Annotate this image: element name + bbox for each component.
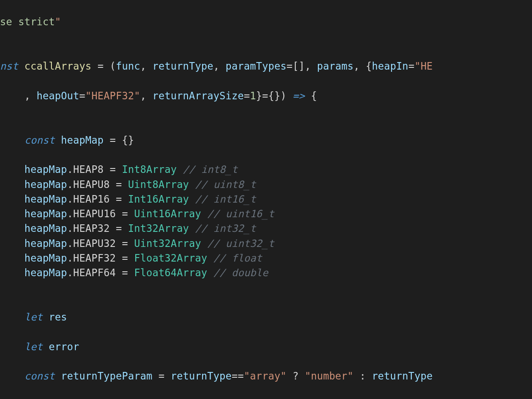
code-token: [153, 370, 159, 382]
code-token: .: [67, 267, 73, 278]
code-token: [0, 341, 24, 352]
code-token: {: [366, 60, 372, 72]
code-token: [0, 90, 24, 102]
code-token: Int32Array: [128, 223, 189, 234]
code-token: HE: [421, 60, 433, 72]
code-token: [299, 370, 305, 382]
code-token: [0, 164, 24, 175]
code-token: Float64Array: [134, 267, 207, 278]
code-token: HEAPU32: [73, 238, 116, 249]
code-token: // float: [213, 252, 262, 264]
code-token: HEAP8: [73, 164, 104, 175]
code-token: se strict: [0, 16, 55, 27]
code-line: heapMap.HEAP32 = Int32Array // int32_t: [0, 221, 532, 236]
code-token: func: [116, 60, 140, 72]
code-token: HEAPF64: [73, 267, 116, 278]
code-token: ==: [231, 370, 244, 382]
code-token: .: [67, 238, 73, 249]
code-token: [0, 267, 24, 278]
code-token: heapMap: [24, 179, 67, 190]
code-line: heapMap.HEAPU32 = Uint32Array // uint32_…: [0, 236, 532, 251]
code-token: // uint32_t: [207, 238, 274, 249]
code-token: [55, 134, 61, 146]
code-line: heapMap.HEAPF64 = Float64Array // double: [0, 266, 532, 280]
code-token: heapMap: [24, 208, 67, 219]
code-line: const heapMap = {}: [0, 133, 532, 148]
code-token: [55, 370, 61, 382]
code-token: [0, 134, 24, 146]
code-token: returnTypeParam: [61, 370, 152, 382]
code-token: [91, 60, 98, 72]
code-token: [360, 60, 366, 72]
code-token: ,: [140, 60, 146, 72]
code-line: , heapOut="HEAPF32", returnArraySize=1}=…: [0, 89, 532, 103]
code-token: (: [110, 60, 116, 72]
code-token: =: [116, 267, 134, 278]
code-token: "array": [244, 370, 286, 382]
code-token: {}: [268, 90, 281, 102]
code-token: returnType: [153, 60, 213, 72]
code-token: [146, 60, 153, 72]
code-token: ,: [305, 60, 311, 72]
code-token: ,: [24, 90, 31, 102]
code-token: // uint8_t: [195, 179, 256, 190]
code-token: [286, 90, 293, 102]
code-token: [0, 179, 24, 190]
code-token: {: [311, 90, 317, 102]
code-token: .: [67, 223, 73, 234]
code-token: =: [110, 223, 128, 234]
code-token: .: [67, 252, 73, 264]
code-token: [0, 311, 24, 323]
code-token: [0, 193, 24, 205]
code-token: // uint16_t: [207, 208, 274, 219]
code-token: heapMap: [24, 252, 67, 264]
code-token: [31, 90, 37, 102]
code-token: Uint16Array: [134, 208, 201, 219]
code-line: const returnTypeParam = returnType=="arr…: [0, 369, 532, 383]
code-token: {}: [122, 134, 134, 146]
code-token: [164, 370, 171, 382]
code-token: // double: [213, 267, 268, 278]
code-token: ): [280, 90, 286, 102]
code-token: heapMap: [61, 134, 103, 146]
code-token: paramTypes: [226, 60, 286, 72]
code-token: heapMap: [24, 164, 67, 175]
code-token: const: [24, 370, 55, 382]
code-token: =: [110, 193, 128, 205]
code-token: =: [110, 179, 128, 190]
code-token: .: [67, 193, 73, 205]
code-token: Uint8Array: [128, 179, 189, 190]
code-token: .: [67, 208, 73, 219]
code-token: error: [49, 341, 79, 352]
code-line: heapMap.HEAPU16 = Uint16Array // uint16_…: [0, 207, 532, 221]
code-token: nst: [0, 60, 18, 72]
code-token: [116, 134, 122, 146]
code-token: =[]: [286, 60, 305, 72]
code-token: Uint32Array: [134, 238, 201, 249]
code-token: // int8_t: [183, 164, 238, 175]
code-token: =: [104, 164, 122, 175]
code-token: ?: [293, 370, 299, 382]
code-token: const: [24, 134, 55, 146]
code-editor[interactable]: se strict" nst ccallArrays = (func, retu…: [0, 0, 532, 399]
code-token: Float32Array: [134, 252, 207, 264]
code-token: Int16Array: [128, 193, 189, 205]
code-token: [43, 311, 49, 323]
code-line: let error: [0, 340, 532, 354]
code-line: se strict": [0, 15, 532, 29]
code-token: [305, 90, 311, 102]
code-token: returnType: [372, 370, 433, 382]
code-token: ,: [353, 60, 360, 72]
code-token: // int16_t: [195, 193, 256, 205]
code-token: HEAP16: [73, 193, 110, 205]
code-token: returnArraySize: [153, 90, 244, 102]
code-token: // int32_t: [195, 223, 256, 234]
code-token: [353, 370, 360, 382]
code-token: HEAPU16: [73, 208, 116, 219]
code-token: heapMap: [24, 238, 67, 249]
code-token: "HEAPF32": [85, 90, 140, 102]
code-token: [0, 252, 24, 264]
code-token: [104, 60, 110, 72]
code-token: ": [415, 60, 421, 72]
code-token: "number": [305, 370, 353, 382]
